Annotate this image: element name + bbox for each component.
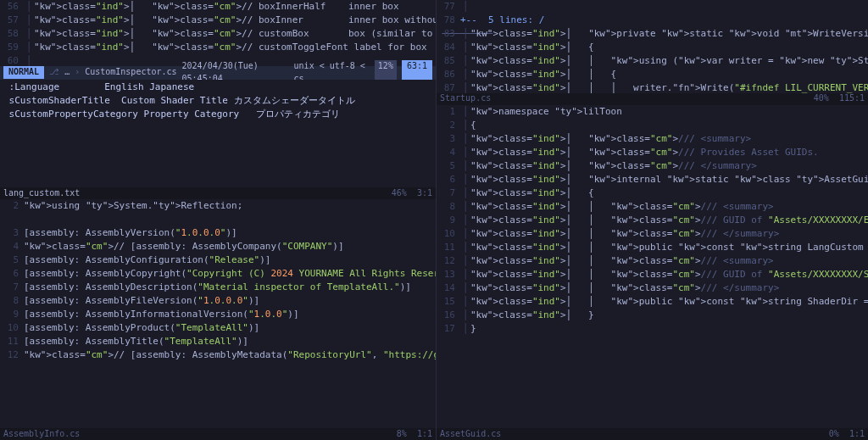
code-line[interactable]: 58│"kw">class="ind">│ "kw">class="cm">//…	[0, 27, 436, 41]
code-line[interactable]: 8[assembly: AssemblyFileVersion("1.0.0.0…	[0, 294, 436, 308]
code-line[interactable]: 5[assembly: AssemblyConfiguration("Relea…	[0, 253, 436, 267]
code-line[interactable]: 2│{	[437, 119, 868, 132]
code-line[interactable]: 11[assembly: AssemblyTitle("TemplateAll"…	[0, 335, 436, 348]
code-line[interactable]: 83│"kw">class="ind">│ "kw">private "kw">…	[437, 27, 868, 41]
editor-left-top[interactable]: 56│"kw">class="ind">│ "kw">class="cm">//…	[0, 0, 436, 66]
code-line[interactable]: 10[assembly: AssemblyProduct("TemplateAl…	[0, 321, 436, 335]
mode-indicator: NORMAL	[3, 66, 44, 79]
tab-name[interactable]: Startup.cs	[440, 92, 491, 105]
code-line[interactable]: 3[assembly: AssemblyVersion("1.0.0.0")]	[0, 226, 436, 240]
quickfix-line[interactable]: sCustomShaderTitle Custom Shader Title カ…	[3, 94, 432, 108]
code-line[interactable]: 17│}	[437, 322, 868, 336]
code-line[interactable]: 59│"kw">class="ind">│ "kw">class="cm">//…	[0, 41, 436, 54]
tabbar-assetguid: AssetGuid.cs 0% 1:1	[437, 428, 868, 440]
code-line[interactable]: 12│"kw">class="ind">│ │ "kw">class="cm">…	[437, 254, 868, 268]
code-line[interactable]: 85│"kw">class="ind">│ │ "kw">using ("kw"…	[437, 54, 868, 68]
editor-right-bottom[interactable]: 1│"kw">namespace "ty">lilToon2│{3│"kw">c…	[437, 105, 868, 336]
code-line[interactable]: 16│"kw">class="ind">│ }	[437, 309, 868, 322]
code-line[interactable]: 9[assembly: AssemblyInformationalVersion…	[0, 308, 436, 321]
code-line[interactable]: 11│"kw">class="ind">│ │ "kw">public "kw"…	[437, 241, 868, 254]
left-pane: 56│"kw">class="ind">│ "kw">class="cm">//…	[0, 0, 437, 440]
filename: CustomInspector.cs	[85, 66, 176, 79]
code-line[interactable]: 86│"kw">class="ind">│ │ {	[437, 68, 868, 81]
branch-icon: ⎇	[49, 66, 59, 79]
code-line[interactable]: 8│"kw">class="ind">│ │ "kw">class="cm">/…	[437, 200, 868, 214]
code-line[interactable]: 56│"kw">class="ind">│ "kw">class="cm">//…	[0, 0, 436, 14]
code-line[interactable]: 7[assembly: AssemblyDescription("Materia…	[0, 281, 436, 294]
code-line[interactable]: 7│"kw">class="ind">│ {	[437, 187, 868, 200]
code-line[interactable]: 4│"kw">class="ind">│ "kw">class="cm">///…	[437, 146, 868, 159]
tabbar-lang: lang_custom.txt 46% 3:1	[0, 187, 436, 199]
code-line[interactable]: 12"kw">class="cm">// [assembly: Assembly…	[0, 348, 436, 362]
quickfix-window[interactable]: :Language English Japanese sCustomShader…	[0, 80, 436, 122]
code-line[interactable]: 2"kw">using "ty">System."ty">Reflection;	[0, 199, 436, 213]
tab-name[interactable]: AssetGuid.cs	[440, 428, 501, 440]
quickfix-line[interactable]: :Language English Japanese	[3, 81, 432, 94]
code-line[interactable]: 87│"kw">class="ind">│ │ │ writer."fn">Wr…	[437, 81, 868, 93]
editor-container: 56│"kw">class="ind">│ "kw">class="cm">//…	[0, 0, 868, 440]
statusbar: NORMAL ⎇ … › CustomInspector.cs 2024/04/…	[0, 66, 436, 80]
editor-left-bottom[interactable]: 2"kw">using "ty">System."ty">Reflection;…	[0, 199, 436, 362]
code-line[interactable]: 4"kw">class="cm">// [assembly: AssemblyC…	[0, 240, 436, 253]
code-line[interactable]: 6│"kw">class="ind">│ "kw">internal "kw">…	[437, 173, 868, 187]
code-line[interactable]: 5│"kw">class="ind">│ "kw">class="cm">///…	[437, 159, 868, 173]
code-line[interactable]: 13│"kw">class="ind">│ │ "kw">class="cm">…	[437, 268, 868, 281]
code-line[interactable]: 1│"kw">namespace "ty">lilToon	[437, 105, 868, 119]
code-line[interactable]: 60│	[0, 54, 436, 66]
branch-name: …	[64, 66, 70, 79]
tab-name[interactable]: AssemblyInfo.cs	[3, 428, 80, 440]
editor-right-top[interactable]: 77│78+-- 5 lines: / ─────────83│"kw">cla…	[437, 0, 868, 93]
right-pane: 77│78+-- 5 lines: / ─────────83│"kw">cla…	[437, 0, 868, 440]
tabbar-assemblyinfo: AssemblyInfo.cs 8% 1:1	[0, 428, 436, 440]
code-line[interactable]: 84│"kw">class="ind">│ {	[437, 41, 868, 54]
code-line[interactable]: 9│"kw">class="ind">│ │ "kw">class="cm">/…	[437, 214, 868, 227]
code-line[interactable]: 3│"kw">class="ind">│ "kw">class="cm">///…	[437, 132, 868, 146]
code-line[interactable]: 14│"kw">class="ind">│ │ "kw">class="cm">…	[437, 281, 868, 295]
code-line[interactable]: 57│"kw">class="ind">│ "kw">class="cm">//…	[0, 14, 436, 27]
code-line[interactable]: 6[assembly: AssemblyCopyright("Copyright…	[0, 267, 436, 281]
code-line[interactable]: 15│"kw">class="ind">│ │ "kw">public "kw"…	[437, 295, 868, 309]
code-line[interactable]	[0, 213, 436, 226]
tab-name[interactable]: lang_custom.txt	[3, 187, 80, 200]
code-line[interactable]: 10│"kw">class="ind">│ │ "kw">class="cm">…	[437, 227, 868, 241]
code-line[interactable]: 77│	[437, 0, 868, 14]
quickfix-line[interactable]: sCustomPropertyCategory Property Categor…	[3, 108, 432, 121]
fold-line[interactable]: 78+-- 5 lines: / ─────────	[437, 14, 868, 27]
tabbar-startup: Startup.cs 40% 115:1	[437, 93, 868, 105]
